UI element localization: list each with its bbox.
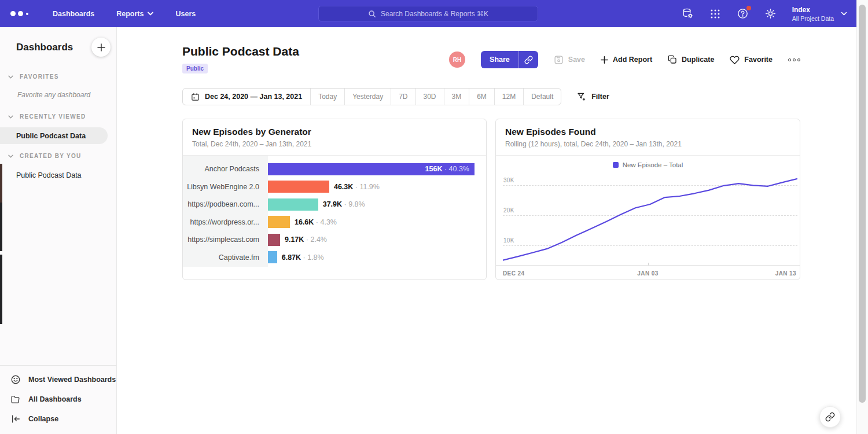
main-content: Public Podcast Data Public RH Share: [117, 27, 856, 434]
bar-segment[interactable]: [268, 181, 329, 193]
share-button-group: Share: [481, 51, 538, 68]
duplicate-icon: [668, 55, 677, 64]
line-series: [503, 174, 797, 265]
settings-gear-icon[interactable]: [764, 8, 777, 20]
project-name: Index: [792, 6, 834, 14]
data-sources-icon[interactable]: [682, 8, 694, 20]
bar-segment[interactable]: 156K · 40.3%: [268, 163, 475, 175]
app-body: Dashboards FAVORITES Favorite any dashbo…: [0, 27, 856, 434]
filter-button[interactable]: Filter: [577, 92, 609, 101]
range-preset-yesterday[interactable]: Yesterday: [344, 89, 391, 105]
bar-segment[interactable]: [268, 251, 277, 263]
section-created-by-you[interactable]: CREATED BY YOU: [0, 153, 116, 159]
nav-reports[interactable]: Reports: [116, 10, 153, 18]
add-report-button[interactable]: Add Report: [601, 56, 652, 64]
logo-dot: [26, 13, 28, 15]
most-viewed-dashboards-button[interactable]: Most Viewed Dashboards: [0, 370, 116, 389]
x-tick-label: JAN 03: [637, 270, 658, 277]
create-dashboard-button[interactable]: [91, 38, 111, 57]
x-tick-label: JAN 13: [775, 270, 796, 277]
bar-category-label: Libsyn WebEngine 2.0: [183, 183, 268, 191]
card-title: New Episodes by Generator: [192, 127, 477, 137]
date-filter-toolbar: Dec 24, 2020 — Jan 13, 2021 TodayYesterd…: [182, 88, 856, 105]
sidebar-title: Dashboards: [16, 42, 73, 53]
project-info: Index All Project Data: [792, 6, 834, 22]
save-button[interactable]: Save: [554, 55, 585, 65]
bar-segment[interactable]: [268, 216, 290, 228]
range-preset-30d[interactable]: 30D: [415, 89, 444, 105]
more-options-button[interactable]: [788, 56, 800, 64]
bar-row: https://podbean.com...37.9K · 9.8%: [183, 196, 486, 214]
chevron-down-icon: [8, 115, 13, 119]
apps-grid-icon[interactable]: [709, 8, 721, 20]
nav-users[interactable]: Users: [175, 10, 196, 18]
calendar-icon: [191, 93, 200, 101]
navbar-right-group: Index All Project Data: [682, 0, 847, 27]
section-recently-viewed[interactable]: RECENTLY VIEWED: [0, 113, 116, 120]
date-range-picker[interactable]: Dec 24, 2020 — Jan 13, 2021: [183, 89, 310, 105]
search-icon: [368, 10, 376, 18]
bar-value-label: 9.17K · 2.4%: [285, 236, 327, 244]
screen-edge-artifact: [0, 203, 2, 251]
page-scrollbar-thumb[interactable]: [859, 5, 866, 403]
all-dashboards-button[interactable]: All Dashboards: [0, 389, 116, 409]
line-chart[interactable]: 10K20K30K: [503, 174, 797, 265]
bar-category-label: https://podbean.com...: [183, 200, 268, 208]
avatar[interactable]: RH: [449, 52, 465, 68]
help-icon[interactable]: [737, 8, 749, 20]
search-input[interactable]: Search Dashboards & Reports ⌘K: [318, 6, 538, 21]
sidebar-item-public-podcast-data[interactable]: Public Podcast Data: [0, 127, 108, 144]
legend-swatch: [613, 162, 619, 168]
card-title: New Episodes Found: [505, 127, 790, 137]
title-block: Public Podcast Data Public: [182, 45, 299, 73]
nav-dashboards[interactable]: Dashboards: [53, 10, 94, 18]
sidebar-item-label: Public Podcast Data: [16, 132, 86, 140]
duplicate-button[interactable]: Duplicate: [668, 55, 714, 64]
chevron-down-icon: [841, 12, 847, 16]
range-preset-6m[interactable]: 6M: [469, 89, 494, 105]
share-link-fab[interactable]: [819, 406, 841, 428]
range-presets: TodayYesterday7D30D3M6M12MDefault: [310, 89, 561, 105]
bar-track: 37.9K · 9.8%: [268, 198, 486, 211]
logo-dot: [18, 11, 23, 16]
range-preset-12m[interactable]: 12M: [494, 89, 523, 105]
bar-segment[interactable]: [268, 198, 318, 211]
bar-value-label: 156K · 40.3%: [425, 165, 469, 173]
save-icon: [554, 55, 564, 65]
sidebar-footer: Most Viewed Dashboards All Dashboards Co…: [0, 365, 116, 434]
x-axis-tick: [648, 263, 649, 266]
screen-edge-artifact: [0, 164, 2, 203]
chart-legend: New Episode – Total: [496, 161, 800, 168]
notification-badge: [746, 6, 751, 10]
date-range-label: Dec 24, 2020 — Jan 13, 2021: [205, 93, 302, 101]
share-button[interactable]: Share: [481, 51, 518, 68]
brand-logo[interactable]: [10, 11, 28, 16]
copy-share-link-button[interactable]: [518, 51, 538, 68]
project-switcher[interactable]: Index All Project Data: [792, 6, 847, 22]
all-dashboards-label: All Dashboards: [28, 395, 82, 403]
bar-chart[interactable]: Anchor Podcasts156K · 40.3%Libsyn WebEng…: [183, 156, 486, 275]
bar-value-label: 6.87K · 1.8%: [282, 253, 324, 262]
range-preset-default[interactable]: Default: [523, 89, 561, 105]
bar-row: Anchor Podcasts156K · 40.3%: [183, 160, 486, 178]
range-preset-7d[interactable]: 7D: [391, 89, 415, 105]
section-favorites[interactable]: FAVORITES: [0, 73, 116, 80]
chevron-down-icon: [8, 155, 13, 158]
sidebar-item-public-podcast-data-2[interactable]: Public Podcast Data: [0, 167, 108, 183]
collapse-icon: [10, 414, 21, 424]
range-preset-today[interactable]: Today: [310, 89, 344, 105]
bar-category-label: https://simplecast.com: [183, 236, 268, 244]
filter-funnel-icon: [577, 92, 586, 101]
bar-track: 6.87K · 1.8%: [268, 251, 486, 263]
collapse-label: Collapse: [28, 415, 58, 423]
bar-segment[interactable]: [268, 234, 280, 246]
collapse-sidebar-button[interactable]: Collapse: [0, 409, 116, 429]
range-preset-3m[interactable]: 3M: [444, 89, 469, 105]
bar-category-label: Captivate.fm: [183, 253, 268, 262]
chevron-down-icon: [8, 75, 13, 79]
favorite-button[interactable]: Favorite: [730, 55, 773, 64]
bar-track: 46.3K · 11.9%: [268, 181, 486, 193]
x-tick-label: DEC 24: [503, 270, 524, 277]
bar-category-label: Anchor Podcasts: [183, 165, 268, 173]
bar-category-label: https://wordpress.or...: [183, 218, 268, 226]
